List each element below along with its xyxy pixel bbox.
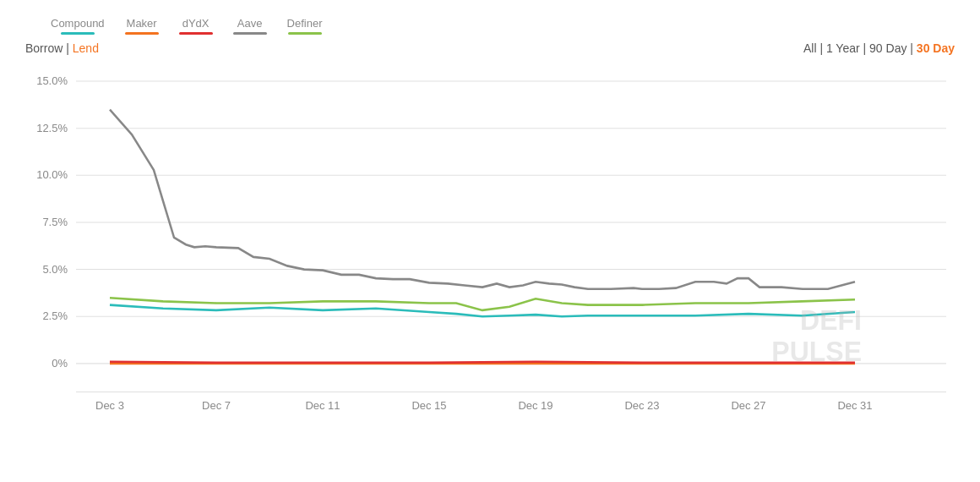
svg-text:0%: 0% <box>52 357 68 370</box>
legend-item-dydx[interactable]: dYdX <box>179 17 213 35</box>
chart-svg: 15.0% 12.5% 10.0% 7.5% 5.0% 2.5% 0% Dec … <box>25 63 955 419</box>
legend-item-compound[interactable]: Compound <box>51 17 105 35</box>
filter-sep-2: | <box>860 41 869 55</box>
filter-sep-3: | <box>906 41 916 55</box>
filter-sep-1: | <box>817 41 826 55</box>
legend-item-definer[interactable]: Definer <box>287 17 323 35</box>
time-filters: All | 1 Year | 90 Day | 30 Day <box>803 41 955 55</box>
svg-text:5.0%: 5.0% <box>42 263 68 276</box>
chart-area: 15.0% 12.5% 10.0% 7.5% 5.0% 2.5% 0% Dec … <box>25 63 955 419</box>
aave-line <box>110 110 855 289</box>
legend-item-maker[interactable]: Maker <box>125 17 159 35</box>
svg-text:Dec 15: Dec 15 <box>411 399 446 412</box>
svg-text:12.5%: 12.5% <box>36 122 68 134</box>
legend-line-aave <box>233 32 267 35</box>
svg-text:Dec 7: Dec 7 <box>202 399 231 412</box>
definer-line <box>110 298 855 310</box>
legend-label-definer: Definer <box>287 17 323 30</box>
separator1: | <box>66 41 73 55</box>
lend-label[interactable]: Lend <box>73 41 99 55</box>
legend-label-dydx: dYdX <box>182 17 210 30</box>
svg-text:DEFI: DEFI <box>800 304 862 336</box>
svg-text:10.0%: 10.0% <box>36 168 68 181</box>
svg-text:Dec 11: Dec 11 <box>305 399 340 412</box>
svg-text:7.5%: 7.5% <box>42 216 68 228</box>
filter-1-year[interactable]: 1 Year <box>826 41 860 55</box>
page-container: CompoundMakerdYdXAaveDefiner Borrow | Le… <box>0 0 980 482</box>
svg-text:Dec 19: Dec 19 <box>518 399 553 412</box>
svg-text:15.0%: 15.0% <box>36 74 68 87</box>
filter-90-day[interactable]: 90 Day <box>869 41 906 55</box>
svg-text:Dec 31: Dec 31 <box>837 399 872 412</box>
borrow-label[interactable]: Borrow <box>25 41 63 55</box>
sub-header: Borrow | Lend All | 1 Year | 90 Day | 30… <box>25 41 955 55</box>
header: CompoundMakerdYdXAaveDefiner <box>25 17 955 35</box>
svg-text:2.5%: 2.5% <box>42 309 68 322</box>
legend-item-aave[interactable]: Aave <box>233 17 267 35</box>
legend-line-compound <box>61 32 95 35</box>
filter-all[interactable]: All <box>803 41 817 55</box>
legend-line-definer <box>288 32 322 35</box>
legend-line-maker <box>125 32 159 35</box>
svg-text:Dec 23: Dec 23 <box>624 399 659 412</box>
legend-label-compound: Compound <box>51 17 105 30</box>
svg-text:Dec 27: Dec 27 <box>731 399 765 412</box>
svg-text:Dec 3: Dec 3 <box>95 399 124 412</box>
legend-label-maker: Maker <box>127 17 157 30</box>
dydx-line <box>110 362 855 363</box>
legend-label-aave: Aave <box>237 17 263 30</box>
legend: CompoundMakerdYdXAaveDefiner <box>51 17 323 35</box>
legend-line-dydx <box>179 32 213 35</box>
filter-30-day[interactable]: 30 Day <box>917 41 955 55</box>
svg-text:PULSE: PULSE <box>771 335 862 367</box>
borrow-lend-toggle: Borrow | Lend <box>25 41 99 55</box>
